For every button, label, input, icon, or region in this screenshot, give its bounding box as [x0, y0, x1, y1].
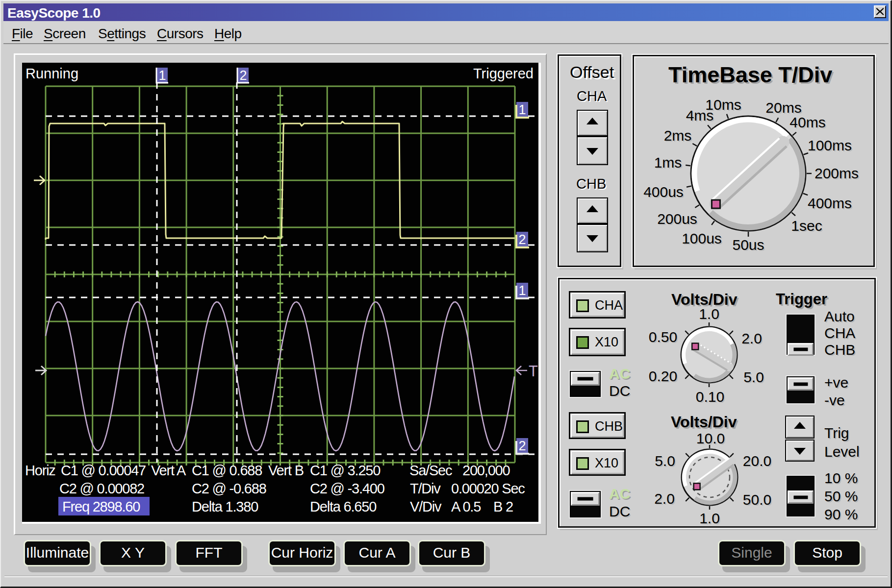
svg-text:C2 @ 0.00082: C2 @ 0.00082 — [59, 481, 144, 496]
svg-text:2: 2 — [239, 68, 247, 83]
svg-text:0.00020 Sec: 0.00020 Sec — [451, 481, 525, 496]
svg-text:Sa/Sec: Sa/Sec — [409, 463, 452, 478]
svg-text:2: 2 — [518, 232, 526, 247]
svg-text:V/Div: V/Div — [410, 499, 442, 514]
svg-text:C2 @ -3.400: C2 @ -3.400 — [310, 481, 384, 496]
svg-text:C2 @ -0.688: C2 @ -0.688 — [192, 481, 266, 496]
svg-text:A 0.5: A 0.5 — [451, 499, 481, 514]
svg-text:1: 1 — [518, 283, 526, 298]
svg-text:1: 1 — [518, 102, 526, 117]
svg-text:1: 1 — [158, 68, 166, 83]
svg-text:C1 @ 0.688: C1 @ 0.688 — [192, 463, 262, 478]
svg-text:T: T — [529, 363, 538, 380]
svg-text:B 2: B 2 — [493, 499, 513, 514]
svg-text:Vert B: Vert B — [268, 463, 304, 478]
svg-text:C1 @ 0.00047: C1 @ 0.00047 — [61, 463, 146, 478]
svg-text:Horiz: Horiz — [25, 463, 55, 478]
svg-text:Vert A: Vert A — [151, 463, 186, 478]
svg-text:Delta 6.650: Delta 6.650 — [310, 499, 376, 514]
svg-text:Triggered: Triggered — [473, 66, 534, 81]
svg-text:Running: Running — [25, 66, 78, 81]
svg-text:T/Div: T/Div — [410, 481, 441, 496]
svg-text:Delta 1.380: Delta 1.380 — [192, 499, 258, 514]
svg-text:Freq 2898.60: Freq 2898.60 — [62, 499, 140, 514]
svg-text:200,000: 200,000 — [462, 463, 510, 478]
svg-text:C1 @ 3.250: C1 @ 3.250 — [310, 463, 380, 478]
svg-text:2: 2 — [518, 439, 526, 453]
